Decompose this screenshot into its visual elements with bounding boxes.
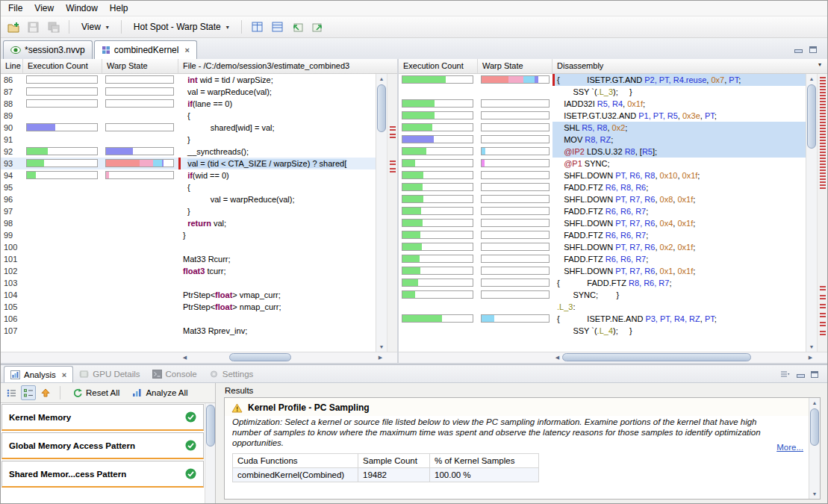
annotation-mark[interactable] xyxy=(820,172,826,177)
annotation-mark[interactable] xyxy=(820,101,826,105)
annotation-mark[interactable] xyxy=(820,113,826,117)
annotation-mark[interactable] xyxy=(820,178,826,183)
disassembly-row[interactable]: FADD.FTZ R6, R8, R6; xyxy=(399,181,806,193)
back-button[interactable] xyxy=(38,385,53,400)
source-row[interactable]: 105PtrStep<float> nmap_curr; xyxy=(1,301,376,313)
menu-file[interactable]: File xyxy=(2,1,28,15)
view-dropdown[interactable]: View ▾ xyxy=(75,19,115,34)
annotation-mark[interactable] xyxy=(390,126,396,131)
column-header[interactable]: % of Kernel Samples xyxy=(430,454,539,468)
chevron-down-icon[interactable]: ▾ xyxy=(812,61,827,73)
tab-combined-kernel[interactable]: combinedKernel × xyxy=(94,40,197,59)
menu-view[interactable]: View xyxy=(28,1,60,15)
scroll-up-arrow[interactable]: ▲ xyxy=(376,74,387,84)
results-scrollbar[interactable]: ▲ ▼ xyxy=(809,398,820,499)
disassembly-row[interactable]: MOV R8, RZ; xyxy=(399,134,806,146)
disassembly-row[interactable]: { FADD.FTZ R8, R6, R7; xyxy=(399,277,806,289)
scroll-down-arrow[interactable]: ▼ xyxy=(809,489,820,499)
disasm-horizontal-scrollbar[interactable]: ◀ ▶ xyxy=(399,352,827,363)
annotation-mark[interactable] xyxy=(820,137,826,141)
annotation-mark[interactable] xyxy=(820,107,826,111)
disassembly-row[interactable]: .L_3: xyxy=(399,301,806,313)
disassembly-row[interactable]: { ISETP.NE.AND P3, PT, R4, RZ, PT; xyxy=(399,313,806,325)
annotation-mark[interactable] xyxy=(820,89,826,93)
annotation-mark[interactable] xyxy=(390,168,396,172)
unguided-analysis-button[interactable] xyxy=(21,385,36,400)
source-vertical-scrollbar[interactable]: ▲ ▼ xyxy=(376,74,387,352)
source-row[interactable]: 107Mat33 Rprev_inv; xyxy=(1,325,376,337)
close-icon[interactable]: × xyxy=(62,370,66,379)
source-row[interactable]: 100 xyxy=(1,241,376,253)
next-hotspot-button[interactable] xyxy=(288,19,307,36)
annotation-mark[interactable] xyxy=(820,304,826,308)
scrollbar-thumb[interactable] xyxy=(807,84,816,149)
annotation-mark[interactable] xyxy=(820,331,826,335)
annotation-mark[interactable] xyxy=(390,134,396,138)
new-session-button[interactable] xyxy=(4,19,22,36)
disassembly-row[interactable]: SHFL.DOWN PT, R6, R8, 0x10, 0x1f; xyxy=(399,169,806,181)
analysis-card[interactable]: Shared Memor...cess Pattern xyxy=(1,461,204,488)
disassembly-row[interactable]: FADD.FTZ R6, R6, R7; xyxy=(399,253,806,265)
annotation-mark[interactable] xyxy=(820,149,826,153)
annotation-mark[interactable] xyxy=(820,83,826,87)
sidebar-scrollbar[interactable] xyxy=(205,403,215,503)
column-header[interactable]: Sample Count xyxy=(358,454,430,468)
source-horizontal-scrollbar[interactable]: ◀ ▶ xyxy=(1,352,397,363)
source-row[interactable]: 86 int wid = tid / warpSize; xyxy=(1,74,376,86)
annotation-mark[interactable] xyxy=(390,161,396,165)
scroll-left-arrow[interactable]: ◀ xyxy=(552,352,562,363)
column-header[interactable]: Cuda Functions xyxy=(233,454,358,468)
annotation-mark[interactable] xyxy=(820,77,826,81)
tab-settings[interactable]: Settings xyxy=(203,366,260,382)
scroll-down-arrow[interactable]: ▼ xyxy=(376,342,387,352)
source-row[interactable]: 93 val = (tid < CTA_SIZE / warpSize) ? s… xyxy=(1,158,376,169)
source-row[interactable]: 104PtrStep<float> vmap_curr; xyxy=(1,289,376,301)
more-link[interactable]: More... xyxy=(776,443,803,452)
disasm-vertical-scrollbar[interactable]: ▲ ▼ xyxy=(806,74,817,352)
source-row[interactable]: 89 { xyxy=(1,110,376,122)
disassembly-row[interactable]: SHFL.DOWN PT, R7, R6, 0x8, 0x1f; xyxy=(399,193,806,205)
disassembly-row[interactable]: SHFL.DOWN PT, R7, R6, 0x2, 0x1f; xyxy=(399,241,806,253)
source-row[interactable]: 88 if(lane == 0) xyxy=(1,98,376,110)
source-row[interactable]: 92 __syncthreads(); xyxy=(1,146,376,158)
source-row[interactable]: 106 xyxy=(1,313,376,325)
minimize-icon[interactable] xyxy=(797,371,804,378)
scroll-right-arrow[interactable]: ▶ xyxy=(806,352,815,363)
source-row[interactable]: 96 val = warpReduce(val); xyxy=(1,193,376,205)
annotation-mark[interactable] xyxy=(820,313,826,317)
scroll-left-arrow[interactable]: ◀ xyxy=(180,352,190,363)
tab-session3[interactable]: *session3.nvvp xyxy=(3,40,93,59)
show-rows-view-button[interactable] xyxy=(268,19,287,36)
disassembly-row[interactable]: @P1 SYNC; xyxy=(399,158,806,169)
disassembly-row[interactable]: @IP2 LDS.U.32 R8, [R5]; xyxy=(399,146,806,158)
annotation-mark[interactable] xyxy=(820,286,826,290)
source-row[interactable]: 99} xyxy=(1,229,376,241)
tab-gpu-details[interactable]: GPU Details xyxy=(73,366,146,382)
disassembly-row[interactable]: ISETP.GT.U32.AND P1, PT, R5, 0x3e, PT; xyxy=(399,110,806,122)
annotation-mark[interactable] xyxy=(820,167,826,171)
source-row[interactable]: 97 } xyxy=(1,205,376,217)
scroll-right-arrow[interactable]: ▶ xyxy=(376,352,385,363)
tab-analysis[interactable]: Analysis × xyxy=(4,366,73,382)
prev-hotspot-button[interactable] xyxy=(308,19,327,36)
source-row[interactable]: 87 val = warpReduce(val); xyxy=(1,86,376,98)
maximize-icon[interactable] xyxy=(811,371,818,378)
source-row[interactable]: 101Mat33 Rcurr; xyxy=(1,253,376,265)
annotation-mark[interactable] xyxy=(820,184,826,189)
show-source-view-button[interactable] xyxy=(248,19,267,36)
scroll-up-arrow[interactable]: ▲ xyxy=(809,398,820,408)
menu-help[interactable]: Help xyxy=(104,1,134,15)
disassembly-row[interactable]: { ISETP.GT.AND P2, PT, R4.reuse, 0x7, PT… xyxy=(399,74,806,86)
menu-window[interactable]: Window xyxy=(60,1,104,15)
minimize-icon[interactable] xyxy=(794,46,802,53)
scrollbar-thumb[interactable] xyxy=(206,405,215,447)
annotation-mark[interactable] xyxy=(820,125,826,129)
source-row[interactable]: 98 return val; xyxy=(1,217,376,229)
analyze-all-button[interactable]: Analyze All xyxy=(127,387,193,399)
annotation-mark[interactable] xyxy=(820,95,826,99)
disassembly-row[interactable]: FADD.FTZ R6, R6, R7; xyxy=(399,229,806,241)
annotation-mark[interactable] xyxy=(820,161,826,165)
disassembly-row[interactable]: SHFL.DOWN PT, R7, R6, 0x1, 0x1f; xyxy=(399,265,806,277)
scrollbar-thumb[interactable] xyxy=(377,84,386,132)
disassembly-row[interactable]: SSY `(.L_3); } xyxy=(399,86,806,98)
